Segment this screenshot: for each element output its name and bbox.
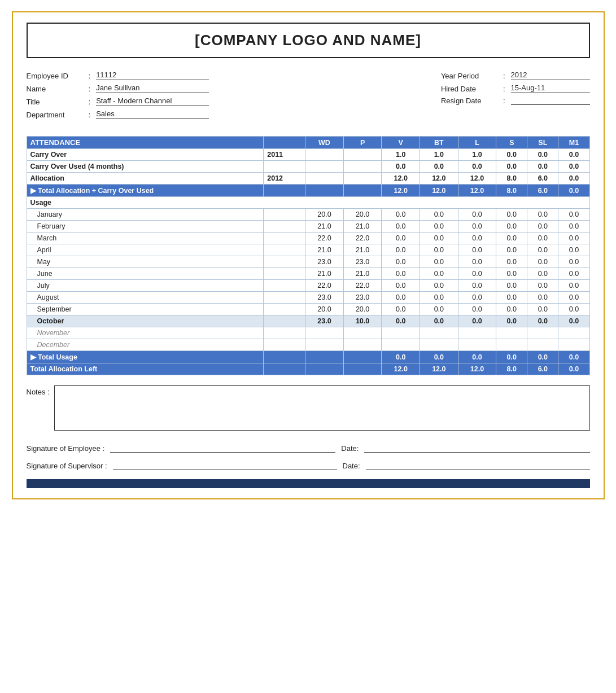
table-cell: 0.0 <box>382 221 420 233</box>
table-cell: 2012 <box>264 173 305 185</box>
table-row: Carry Over20111.01.01.00.00.00.0 <box>27 149 589 161</box>
table-cell: 23.0 <box>343 256 382 268</box>
table-cell: 2011 <box>264 149 305 161</box>
employee-date-label: Date: <box>341 444 359 453</box>
table-cell: 0.0 <box>458 161 496 173</box>
col-bt: BT <box>420 137 458 149</box>
table-row: ▶ Total Usage0.00.00.00.00.00.0 <box>27 351 589 363</box>
resign-date-value[interactable] <box>511 104 590 105</box>
supervisor-signature-row: Signature of Supervisor : Date: <box>27 462 590 470</box>
supervisor-sig-line[interactable] <box>113 470 337 470</box>
employee-title-label: Title <box>27 98 83 106</box>
employee-name-value[interactable]: Jane Sullivan <box>96 84 209 93</box>
table-cell <box>305 149 344 161</box>
table-cell: 0.0 <box>420 315 458 327</box>
table-cell <box>420 339 458 351</box>
employee-signature-row: Signature of Employee : Date: <box>27 444 590 453</box>
table-cell: Carry Over Used (4 months) <box>27 161 264 173</box>
table-cell <box>305 363 344 375</box>
table-cell: 0.0 <box>458 351 496 363</box>
table-cell: 0.0 <box>420 351 458 363</box>
table-cell: 0.0 <box>382 209 420 221</box>
table-cell: 0.0 <box>527 233 558 244</box>
supervisor-date-line[interactable] <box>366 470 590 470</box>
table-cell: 0.0 <box>420 256 458 268</box>
table-cell <box>305 339 344 351</box>
col-s: S <box>496 137 527 149</box>
table-cell: 21.0 <box>343 244 382 256</box>
notes-section: Notes : <box>27 385 590 431</box>
table-cell <box>343 363 382 375</box>
info-right: Year Period : 2012 Hired Date : 15-Aug-1… <box>441 71 590 120</box>
table-cell <box>527 327 558 339</box>
table-cell: 6.0 <box>527 185 558 197</box>
table-row: ▶ Total Allocation + Carry Over Used12.0… <box>27 185 589 197</box>
table-cell: 0.0 <box>527 292 558 304</box>
table-cell <box>264 185 305 197</box>
table-cell: Carry Over <box>27 149 264 161</box>
employee-id-value[interactable]: 11112 <box>96 71 209 80</box>
notes-box[interactable] <box>54 385 590 431</box>
table-cell: 0.0 <box>527 351 558 363</box>
employee-date-line[interactable] <box>364 452 589 453</box>
table-cell: 0.0 <box>382 304 420 315</box>
employee-dept-value[interactable]: Sales <box>96 109 209 119</box>
table-cell: 0.0 <box>496 351 527 363</box>
attendance-table: ATTENDANCE WD P V BT L S SL M1 Carry Ove… <box>27 136 590 375</box>
table-cell: November <box>27 327 264 339</box>
table-cell: 0.0 <box>382 280 420 292</box>
table-cell: 0.0 <box>458 256 496 268</box>
table-cell: February <box>27 221 264 233</box>
col-m1: M1 <box>558 137 589 149</box>
table-cell: 0.0 <box>496 315 527 327</box>
table-cell: 0.0 <box>420 304 458 315</box>
resign-date-row: Resign Date : <box>441 97 590 105</box>
table-cell: 0.0 <box>558 256 589 268</box>
table-cell: December <box>27 339 264 351</box>
hired-date-label: Hired Date <box>441 85 497 93</box>
resign-date-colon: : <box>503 97 505 105</box>
employee-name-label: Name <box>27 85 83 93</box>
info-left: Employee ID : 11112 Name : Jane Sullivan… <box>27 71 209 120</box>
supervisor-date-label: Date: <box>343 462 360 470</box>
table-cell: 0.0 <box>458 304 496 315</box>
employee-name-row: Name : Jane Sullivan <box>27 84 209 93</box>
table-cell: 0.0 <box>420 233 458 244</box>
table-row: June21.021.00.00.00.00.00.00.0 <box>27 268 589 280</box>
table-cell: 0.0 <box>527 244 558 256</box>
table-cell: 0.0 <box>458 292 496 304</box>
table-cell: 0.0 <box>496 292 527 304</box>
table-cell: 23.0 <box>305 256 344 268</box>
table-cell <box>264 339 305 351</box>
employee-dept-label: Department <box>27 111 83 119</box>
table-cell: 22.0 <box>343 280 382 292</box>
employee-sig-line[interactable] <box>110 452 335 453</box>
resign-date-label: Resign Date <box>441 97 497 105</box>
company-title: [COMPANY LOGO AND NAME] <box>195 32 421 49</box>
table-cell: 0.0 <box>558 173 589 185</box>
year-period-value[interactable]: 2012 <box>511 71 590 80</box>
table-row: October23.010.00.00.00.00.00.00.0 <box>27 315 589 327</box>
table-cell: 0.0 <box>420 268 458 280</box>
year-period-label: Year Period <box>441 72 497 80</box>
table-cell: 12.0 <box>420 173 458 185</box>
table-cell: 0.0 <box>527 149 558 161</box>
table-cell <box>305 161 344 173</box>
table-cell: 0.0 <box>420 292 458 304</box>
table-row: July22.022.00.00.00.00.00.00.0 <box>27 280 589 292</box>
table-cell <box>343 173 382 185</box>
table-cell: 0.0 <box>558 209 589 221</box>
table-cell: 23.0 <box>343 292 382 304</box>
table-cell: 12.0 <box>382 363 420 375</box>
table-cell: 20.0 <box>305 304 344 315</box>
table-cell: 0.0 <box>382 292 420 304</box>
table-cell: 0.0 <box>527 315 558 327</box>
employee-title-value[interactable]: Staff - Modern Channel <box>96 97 209 106</box>
table-cell: 20.0 <box>343 209 382 221</box>
page-container: [COMPANY LOGO AND NAME] Employee ID : 11… <box>12 11 605 499</box>
table-cell: 12.0 <box>420 363 458 375</box>
hired-date-value[interactable]: 15-Aug-11 <box>511 84 590 93</box>
table-cell: 1.0 <box>382 149 420 161</box>
table-cell: 0.0 <box>558 292 589 304</box>
table-cell: 10.0 <box>343 315 382 327</box>
